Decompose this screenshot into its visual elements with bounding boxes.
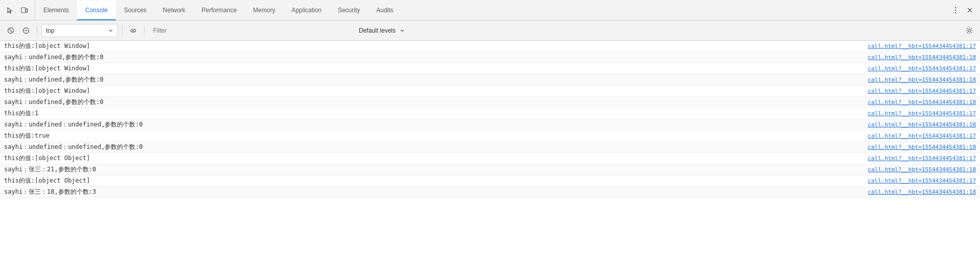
console-row: this的值:[object Window]call.html?__hbt=15…: [0, 63, 980, 74]
console-message: this的值:[object Object]: [4, 153, 857, 163]
console-source-link[interactable]: call.html?__hbt=1554434454381:18: [857, 143, 976, 152]
device-toolbar-icon[interactable]: [18, 4, 31, 16]
console-source-link[interactable]: call.html?__hbt=1554434454381:18: [857, 120, 976, 130]
toolbar-divider-2: [122, 25, 122, 36]
console-source-link[interactable]: call.html?__hbt=1554434454381:18: [857, 165, 976, 174]
console-message: sayhi：undefined,参数的个数:0: [4, 75, 857, 84]
tabs-container: Elements Console Sources Network Perform…: [35, 0, 945, 20]
default-levels-button[interactable]: Default levels: [355, 26, 409, 35]
console-source-link[interactable]: call.html?__hbt=1554434454381:18: [857, 188, 976, 197]
console-source-link[interactable]: call.html?__hbt=1554434454381:17: [857, 154, 976, 163]
filter-input[interactable]: [149, 24, 353, 37]
more-options-icon[interactable]: [949, 4, 962, 16]
tab-console[interactable]: Console: [77, 1, 116, 20]
console-source-link[interactable]: call.html?__hbt=1554434454381:17: [857, 64, 976, 73]
console-row: sayhi：张三：21,参数的个数:0call.html?__hbt=15544…: [0, 164, 980, 175]
console-message: sayhi：张三：18,参数的个数:3: [4, 187, 857, 196]
console-source-link[interactable]: call.html?__hbt=1554434454381:18: [857, 75, 976, 85]
toolbar-divider-3: [144, 25, 144, 36]
console-message: this的值:true: [4, 131, 857, 140]
eye-icon[interactable]: [127, 24, 140, 37]
console-row: sayhi：undefined：undefined,参数的个数:0call.ht…: [0, 142, 980, 153]
console-message: sayhi：undefined：undefined,参数的个数:0: [4, 142, 857, 151]
tab-performance[interactable]: Performance: [193, 1, 245, 20]
svg-rect-1: [26, 9, 28, 12]
console-message: this的值:[object Window]: [4, 86, 857, 95]
tab-bar: Elements Console Sources Network Perform…: [0, 0, 980, 20]
console-source-link[interactable]: call.html?__hbt=1554434454381:17: [857, 132, 976, 141]
inspect-element-icon[interactable]: [4, 4, 16, 16]
console-message: sayhi：undefined,参数的个数:0: [4, 53, 857, 62]
console-row: sayhi：undefined,参数的个数:0call.html?__hbt=1…: [0, 97, 980, 108]
tab-elements[interactable]: Elements: [35, 1, 77, 20]
settings-icon[interactable]: [963, 24, 976, 37]
console-source-link[interactable]: call.html?__hbt=1554434454381:17: [857, 109, 976, 118]
context-selector[interactable]: top: [41, 24, 118, 37]
console-row: this的值:[object Object]call.html?__hbt=15…: [0, 153, 980, 164]
console-toolbar: top Default levels: [0, 20, 980, 41]
console-message: sayhi：undefined：undefined,参数的个数:0: [4, 120, 857, 129]
console-message: this的值:[object Window]: [4, 41, 857, 50]
console-message: sayhi：undefined,参数的个数:0: [4, 97, 857, 107]
tab-audits[interactable]: Audits: [368, 1, 401, 20]
clear-console-button[interactable]: [4, 24, 17, 37]
tab-sources[interactable]: Sources: [116, 1, 155, 20]
tab-application[interactable]: Application: [283, 1, 330, 20]
console-row: sayhi：张三：18,参数的个数:3call.html?__hbt=15544…: [0, 187, 980, 198]
console-source-link[interactable]: call.html?__hbt=1554434454381:17: [857, 42, 976, 51]
console-source-link[interactable]: call.html?__hbt=1554434454381:17: [857, 176, 976, 186]
console-row: this的值:1call.html?__hbt=1554434454381:17: [0, 108, 980, 119]
svg-point-9: [133, 30, 134, 31]
console-row: sayhi：undefined,参数的个数:0call.html?__hbt=1…: [0, 52, 980, 63]
console-source-link[interactable]: call.html?__hbt=1554434454381:18: [857, 53, 976, 62]
tab-network[interactable]: Network: [155, 1, 193, 20]
console-message: this的值:[object Object]: [4, 176, 857, 185]
console-row: this的值:truecall.html?__hbt=1554434454381…: [0, 131, 980, 142]
console-message: sayhi：张三：21,参数的个数:0: [4, 165, 857, 174]
svg-point-2: [955, 7, 956, 8]
console-row: sayhi：undefined,参数的个数:0call.html?__hbt=1…: [0, 74, 980, 86]
console-row: this的值:[object Object]call.html?__hbt=15…: [0, 175, 980, 187]
console-message: this的值:[object Window]: [4, 64, 857, 73]
svg-point-10: [968, 29, 971, 32]
svg-point-4: [955, 12, 956, 13]
console-source-link[interactable]: call.html?__hbt=1554434454381:17: [857, 87, 976, 96]
console-row: this的值:[object Window]call.html?__hbt=15…: [0, 86, 980, 97]
console-row: this的值:[object Window]call.html?__hbt=15…: [0, 41, 980, 52]
toolbar-divider-1: [37, 25, 37, 36]
console-message: this的值:1: [4, 109, 857, 118]
console-source-link[interactable]: call.html?__hbt=1554434454381:18: [857, 98, 976, 107]
svg-rect-0: [21, 8, 26, 13]
devtools-icons: [0, 0, 35, 20]
filter-toggle-button[interactable]: [19, 24, 33, 37]
tab-bar-right-actions: [945, 0, 980, 20]
svg-point-3: [955, 9, 956, 10]
console-output: this的值:[object Window]call.html?__hbt=15…: [0, 41, 980, 258]
tab-memory[interactable]: Memory: [245, 1, 283, 20]
close-devtools-icon[interactable]: [964, 4, 976, 16]
console-row: sayhi：undefined：undefined,参数的个数:0call.ht…: [0, 119, 980, 131]
tab-security[interactable]: Security: [330, 1, 368, 20]
